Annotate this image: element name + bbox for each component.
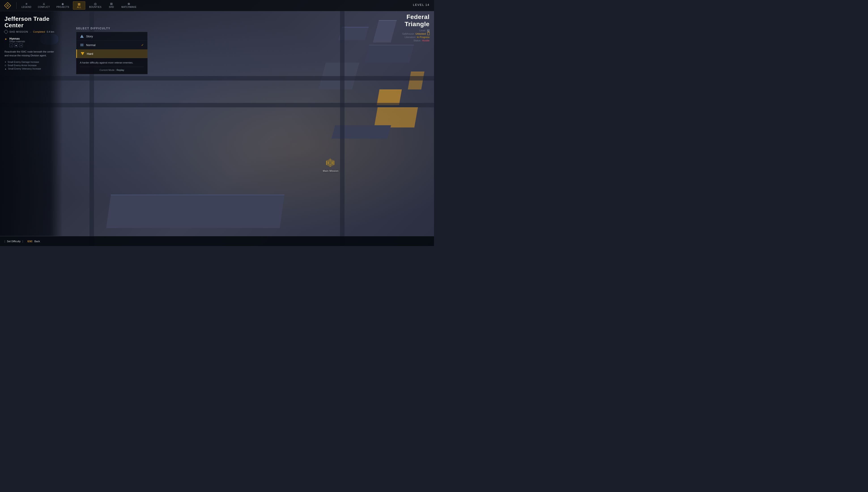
nav-item-legend[interactable]: ≡ Legend xyxy=(19,1,34,9)
nav-divider xyxy=(16,2,17,9)
enemy-info: Hyenas Drops materials | ◆ ☠ xyxy=(9,37,25,47)
mission-type-icon xyxy=(4,29,8,34)
area-status-row: Status: Hostile xyxy=(413,39,430,42)
difficulty-header: Select Difficulty xyxy=(76,27,148,30)
hard-label: Hard xyxy=(87,52,93,55)
modifier-armor-icon: ⊙ xyxy=(4,64,6,67)
story-item-left: Story xyxy=(80,34,93,38)
back-action[interactable]: ESC Back xyxy=(27,240,40,243)
enemy-name: Hyenas xyxy=(9,37,25,40)
modifier-veterancy-icon: ▲ xyxy=(4,68,7,70)
mission-dash: – xyxy=(30,30,31,33)
nav-item-matchmake[interactable]: ⊕ Matchmake xyxy=(119,1,139,9)
enemy-section: ✦ Hyenas Drops materials | ◆ ☠ xyxy=(4,37,58,47)
enemy-faction-icon: ✦ xyxy=(4,38,7,41)
modifier-armor: ⊙ Small Enemy Armor Increase xyxy=(4,64,58,67)
all-label: All xyxy=(77,6,81,8)
shd-label: SHD xyxy=(109,6,114,8)
set-difficulty-action[interactable]: [ Set Difficulty ] xyxy=(4,240,23,243)
area-status-value: Hostile xyxy=(422,39,430,42)
mission-hex xyxy=(326,159,335,168)
difficulty-hard[interactable]: Hard xyxy=(76,49,147,58)
modifier-damage: ✦ Small Enemy Damage Increase xyxy=(4,61,58,63)
nav-item-shd[interactable]: ⊞ SHD xyxy=(105,1,118,9)
enemy-icons-row: | ◆ ☠ xyxy=(9,44,25,47)
story-label: Story xyxy=(86,35,93,38)
mission-description: Reactivate the ISAC node beneath the cen… xyxy=(4,50,58,57)
difficulty-normal[interactable]: Normal ✓ xyxy=(76,41,147,49)
area-safehouse-value: Unlocked xyxy=(415,32,426,35)
nav-item-projects[interactable]: ◈ Projects xyxy=(54,1,72,9)
area-stats: Level: 12 Safehouse: Unlocked Liberation… xyxy=(380,29,430,42)
mission-subtitle: SHD Mission – Completed 0.4 km xyxy=(4,30,58,33)
enemy-drops: Drops materials xyxy=(9,40,25,43)
left-panel: Jefferson Trade Center SHD Mission – Com… xyxy=(0,11,63,236)
matchmake-label: Matchmake xyxy=(121,6,137,8)
nav-items: ≡ Legend ⚔ Conflict ◈ Projects ▦ All ◎ B… xyxy=(19,1,139,9)
modifier-veterancy: ▲ Small Enemy Veterancy Increase xyxy=(4,68,58,70)
difficulty-description: A harder difficulty against more veteran… xyxy=(80,61,144,65)
current-mode: Current Mode : Replay xyxy=(80,67,144,71)
nav-logo[interactable]: Ω xyxy=(4,2,11,9)
modifier-veterancy-label: Small Enemy Veterancy Increase xyxy=(8,68,41,70)
area-safehouse-label: Safehouse: xyxy=(402,32,414,35)
story-icon-shape xyxy=(80,35,84,38)
difficulty-story[interactable]: Story xyxy=(76,32,147,41)
logo-shape: Ω xyxy=(4,2,11,9)
normal-item-left: Normal xyxy=(80,43,96,47)
area-liberation-row: Liberation: In Progress xyxy=(405,36,430,39)
nav-item-bounties[interactable]: ◎ Bounties xyxy=(86,1,104,9)
set-difficulty-label: Set Difficulty xyxy=(7,240,21,243)
esc-key: ESC xyxy=(27,240,33,243)
conflict-icon: ⚔ xyxy=(43,2,45,5)
difficulty-list: Story Normal ✓ Hard xyxy=(76,32,148,58)
hard-icon xyxy=(80,52,85,56)
normal-icon-shape xyxy=(80,44,83,46)
legend-icon: ≡ xyxy=(25,2,27,5)
level-indicator: Level 14 xyxy=(413,3,430,6)
modifier-damage-icon: ✦ xyxy=(4,61,6,63)
difficulty-dropdown: Select Difficulty Story Normal ✓ xyxy=(76,27,148,74)
shd-icon: ⊞ xyxy=(110,2,113,5)
legend-label: Legend xyxy=(22,6,31,8)
mission-marker[interactable]: Main Mission xyxy=(323,159,338,172)
modifier-damage-label: Small Enemy Damage Increase xyxy=(8,61,39,63)
modifier-armor-label: Small Enemy Armor Increase xyxy=(8,64,37,67)
area-level-label: Level: xyxy=(419,29,426,32)
bottom-bar: [ Set Difficulty ] ESC Back xyxy=(0,236,434,246)
city-overlay xyxy=(0,0,434,246)
bounties-label: Bounties xyxy=(89,6,101,8)
current-mode-value: Replay xyxy=(117,69,124,71)
projects-icon: ◈ xyxy=(62,2,64,5)
area-liberation-value: In Progress xyxy=(417,36,430,39)
conflict-label: Conflict xyxy=(38,6,50,8)
mission-type: SHD Mission xyxy=(9,30,28,33)
hard-icon-shape xyxy=(81,52,85,55)
area-safehouse-row: Safehouse: Unlocked xyxy=(402,32,430,35)
hard-item-left: Hard xyxy=(80,52,93,56)
matchmake-icon: ⊕ xyxy=(127,2,130,5)
bounties-icon: ◎ xyxy=(94,2,97,5)
enemy-icon-pipe: | xyxy=(9,44,13,47)
mission-title: Jefferson Trade Center xyxy=(4,16,58,28)
mission-hex-shape xyxy=(326,159,334,167)
dropdown-description-section: A harder difficulty against more veteran… xyxy=(76,58,148,74)
area-title: Federal Triangle xyxy=(380,14,430,28)
mission-distance: 0.4 km xyxy=(47,30,54,33)
modifiers-list: ✦ Small Enemy Damage Increase ⊙ Small En… xyxy=(4,61,58,70)
nav-item-all[interactable]: ▦ All xyxy=(73,1,85,9)
normal-label: Normal xyxy=(86,43,96,47)
mission-label: Main Mission xyxy=(323,170,338,172)
enemy-icon-skull: ☠ xyxy=(19,44,23,47)
normal-icon xyxy=(80,43,84,47)
logo-letter: Ω xyxy=(6,4,9,7)
nav-item-conflict[interactable]: ⚔ Conflict xyxy=(35,1,53,9)
area-liberation-label: Liberation: xyxy=(405,36,416,39)
top-nav: Ω ≡ Legend ⚔ Conflict ◈ Projects ▦ All ◎… xyxy=(0,0,434,11)
bracket-close: ] xyxy=(22,240,23,243)
lock-icon xyxy=(427,32,430,35)
normal-checkmark: ✓ xyxy=(141,43,144,47)
mission-hex-inner xyxy=(328,161,333,165)
mission-status: Completed xyxy=(33,30,45,33)
projects-label: Projects xyxy=(56,6,69,8)
